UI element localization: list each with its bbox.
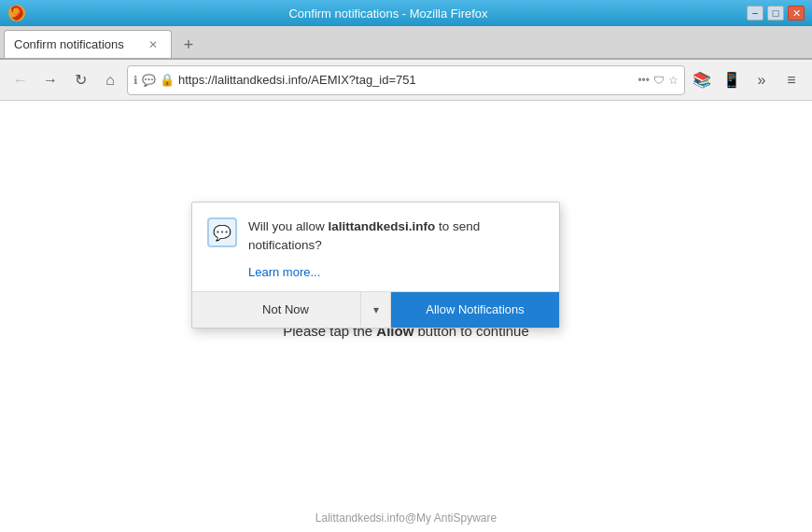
notification-permission-icon: 💬 [142,74,156,87]
close-button[interactable]: ✕ [788,6,805,21]
back-button[interactable]: ← [7,67,34,93]
window-controls: − □ ✕ [747,6,805,21]
menu-button[interactable]: ≡ [778,67,805,93]
toolbar: ← → ↻ ⌂ ℹ 💬 🔒 https://lalittandkedsi.inf… [0,60,812,101]
notification-popup: 💬 Will you allow lalittandkedsi.info to … [191,202,560,329]
notification-body: 💬 Will you allow lalittandkedsi.info to … [192,203,559,263]
not-now-dropdown-button[interactable]: ▾ [361,292,391,328]
footer-text: Lalittandkedsi.info@My AntiSpyware [315,511,497,525]
url-bar[interactable]: ℹ 💬 🔒 https://lalittandkedsi.info/AEMIX?… [127,65,685,95]
forward-button[interactable]: → [37,67,63,93]
tab-close-button[interactable]: ✕ [145,36,161,53]
more-tools-button[interactable]: » [749,67,775,93]
window-title: Confirm notifications - Mozilla Firefox [30,7,747,21]
question-prefix: Will you allow [248,219,329,233]
new-tab-button[interactable]: + [175,32,202,58]
reload-button[interactable]: ↻ [67,67,93,93]
not-now-button[interactable]: Not Now [192,292,361,328]
not-now-label: Not Now [192,302,360,316]
notification-site: lalittandkedsi.info [329,219,436,233]
minimize-button[interactable]: − [747,6,763,21]
notification-question: Will you allow lalittandkedsi.info to se… [248,217,544,256]
maximize-button[interactable]: □ [767,6,784,21]
titlebar: Confirm notifications - Mozilla Firefox … [0,0,812,26]
info-icon[interactable]: ℹ [133,74,138,87]
more-url-button[interactable]: ••• [637,74,650,87]
allow-notifications-button[interactable]: Allow Notifications [391,292,559,328]
library-button[interactable]: 📚 [689,67,715,93]
sync-button[interactable]: 📱 [719,67,745,93]
browser-viewport: 💬 Will you allow lalittandkedsi.info to … [0,101,812,532]
tab-label: Confirm notifications [14,37,124,51]
notification-buttons: Not Now ▾ Allow Notifications [192,291,559,328]
url-text: https://lalittandkedsi.info/AEMIX?tag_id… [178,73,634,87]
bookmark-icon[interactable]: ☆ [668,74,679,87]
lock-icon: 🔒 [160,73,175,87]
firefox-logo-icon [7,4,26,22]
shield-icon[interactable]: 🛡 [653,74,665,87]
notification-message-icon: 💬 [207,217,237,247]
home-button[interactable]: ⌂ [97,67,123,93]
learn-more-section: Learn more... [192,263,559,291]
active-tab[interactable]: Confirm notifications ✕ [4,30,172,58]
tabbar: Confirm notifications ✕ + [0,26,812,60]
learn-more-link[interactable]: Learn more... [248,265,320,279]
